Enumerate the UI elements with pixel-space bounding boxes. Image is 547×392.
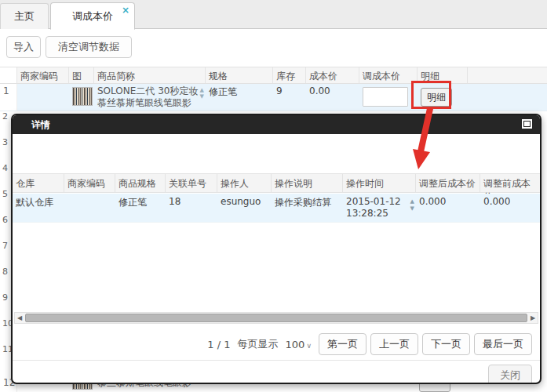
table-row[interactable]: 默认仓库 修正笔 18 esunguo 操作采购结算 2015-01-12 13…	[13, 194, 540, 223]
cell-cost-after: 0.000	[416, 194, 480, 222]
col-time[interactable]: 操作时间	[343, 174, 416, 192]
tab-bar: 主页 调成本价 ×	[0, 0, 547, 29]
close-icon[interactable]: ×	[122, 5, 129, 15]
cell-cost-price: 0.00	[306, 84, 359, 111]
row-number: 6	[0, 215, 11, 241]
col-stock[interactable]: 库存	[273, 67, 306, 83]
cell-warehouse: 默认仓库	[13, 194, 64, 222]
per-page-label: 每页显示	[238, 337, 279, 351]
scroll-right-icon[interactable]: ▶	[528, 314, 538, 321]
import-button[interactable]: 导入	[6, 36, 41, 58]
barcode-thumbnail[interactable]	[72, 87, 93, 106]
modal-table-header: 仓库 商家编码 商品规格 关联单号 操作人 操作说明 操作时间 调整后成本价 调…	[13, 173, 540, 193]
col-spec[interactable]: 商品规格	[115, 174, 166, 192]
page-indicator: 1 / 1	[207, 339, 230, 350]
cell-product-name: SOLONE二代 30秒定妆 慕丝慕斯笔眼线笔眼影 ▲ ▼	[94, 84, 206, 111]
cell-adjust-price	[359, 84, 418, 111]
cell-merchant-code	[64, 194, 115, 222]
cell-spec: 修正笔	[206, 84, 273, 111]
col-warehouse[interactable]: 仓库	[13, 174, 64, 192]
modal-title: 详情	[31, 118, 50, 132]
product-name-line1: SOLONE二代 30秒定妆	[97, 85, 202, 97]
col-merchant-code[interactable]: 商家编码	[64, 174, 115, 192]
annotation-highlight-rect	[411, 81, 451, 109]
table-row[interactable]: 1 SOLONE二代 30秒定妆 慕丝慕斯笔眼线笔眼影 ▲ ▼ 修正笔 9 0.…	[0, 84, 547, 111]
cell-related-no: 18	[166, 194, 217, 222]
cell-stock: 9	[273, 84, 306, 111]
col-cost-after[interactable]: 调整后成本价	[416, 174, 480, 192]
cell-spec: 修正笔	[115, 194, 166, 222]
cell-merchant-code	[17, 84, 69, 111]
row-number: 5	[0, 189, 11, 215]
page: 主页 调成本价 × 导入 清空调节数据 商家编码 图片 商品简称 规格 库存 成…	[0, 0, 547, 392]
main-table-header: 商家编码 图片 商品简称 规格 库存 成本价 调成本价 明细	[0, 67, 547, 84]
modal-header[interactable]: 详情	[13, 115, 540, 134]
col-cost-price[interactable]: 成本价	[306, 67, 359, 83]
row-number: 4	[0, 163, 11, 189]
col-adjust-price[interactable]: 调成本价	[359, 67, 418, 83]
pagination: 1 / 1 每页显示 100∨ 第一页 上一页 下一页 最后一页	[207, 332, 532, 356]
col-image[interactable]: 图片	[69, 67, 94, 83]
col-spec[interactable]: 规格	[206, 67, 273, 83]
row-number: 2	[0, 111, 11, 137]
col-filler	[468, 67, 547, 83]
col-description[interactable]: 操作说明	[272, 174, 343, 192]
row-number: 9	[0, 292, 11, 318]
per-page-select[interactable]: 100∨	[286, 339, 312, 350]
col-related-no[interactable]: 关联单号	[166, 174, 217, 192]
maximize-icon[interactable]	[522, 119, 532, 129]
col-product-name[interactable]: 商品简称	[94, 67, 206, 83]
next-page-button[interactable]: 下一页	[422, 333, 470, 355]
chevron-up-icon[interactable]: ▲	[410, 198, 414, 205]
row-index: 1	[0, 84, 17, 111]
cell-operator: esunguo	[217, 194, 272, 222]
row-number: 3	[0, 137, 11, 163]
prev-page-button[interactable]: 上一页	[370, 333, 418, 355]
cell-cost-before: 0.000	[480, 194, 540, 222]
tab-label: 调成本价	[72, 9, 113, 24]
product-name-line2: 慕丝慕斯笔眼线笔眼影	[97, 97, 202, 109]
adjust-price-input[interactable]	[363, 87, 408, 107]
cell-time: 2015-01-12 13:28:25 ▲ ▼	[343, 194, 416, 222]
col-rownum	[0, 67, 17, 83]
row-number: 7	[0, 241, 11, 267]
horizontal-scrollbar[interactable]: ◀ ▶	[14, 312, 538, 324]
col-merchant-code[interactable]: 商家编码	[17, 67, 69, 83]
row-number: 10	[0, 318, 11, 344]
cell-description: 操作采购结算	[272, 194, 343, 222]
clear-adjust-data-button[interactable]: 清空调节数据	[46, 36, 132, 58]
scrollbar-thumb[interactable]	[25, 314, 527, 322]
last-page-button[interactable]: 最后一页	[474, 333, 532, 355]
cell-image	[69, 84, 94, 111]
scroll-left-icon[interactable]: ◀	[15, 314, 24, 321]
chevron-down-icon[interactable]: ▼	[410, 205, 414, 212]
row-expander[interactable]: ▲ ▼	[410, 198, 414, 212]
toolbar: 导入 清空调节数据	[0, 30, 547, 66]
col-cost-before[interactable]: 调整前成本价	[480, 174, 540, 192]
row-number: 8	[0, 267, 11, 292]
col-operator[interactable]: 操作人	[217, 174, 272, 192]
detail-modal: 详情 仓库 商家编码 商品规格 关联单号 操作人 操作说明 操作时间 调整后成本…	[11, 114, 542, 384]
tab-adjust-cost[interactable]: 调成本价 ×	[50, 2, 135, 30]
chevron-up-icon[interactable]: ▲	[200, 87, 204, 93]
footer-divider	[13, 360, 540, 361]
row-expander[interactable]: ▲ ▼	[200, 87, 204, 100]
tab-home[interactable]: 主页	[0, 3, 49, 29]
cell-filler	[468, 84, 547, 111]
chevron-down-icon[interactable]: ▼	[200, 93, 204, 100]
row-number-gutter: 2 3 4 5 6 7 8 9 10 11	[0, 111, 11, 370]
first-page-button[interactable]: 第一页	[319, 333, 366, 355]
chevron-down-icon: ∨	[306, 342, 312, 350]
row-number: 11	[0, 344, 11, 370]
close-modal-button[interactable]: 关闭	[488, 365, 532, 384]
